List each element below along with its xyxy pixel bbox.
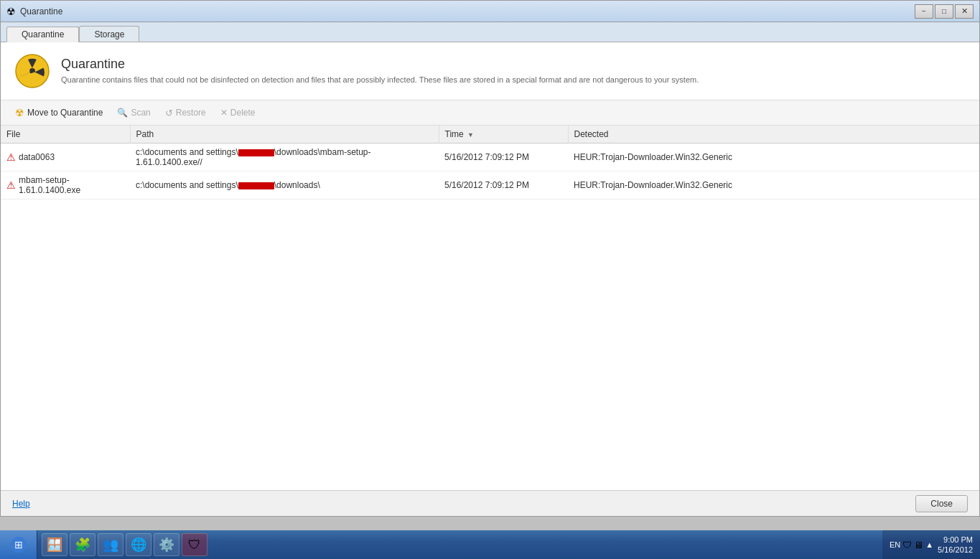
scan-label: Scan: [131, 108, 150, 118]
path-prefix-0: c:\documents and settings\: [136, 147, 238, 157]
delete-label: Delete: [230, 108, 256, 118]
file-name-1: mbam-setup-1.61.0.1400.exe: [19, 175, 124, 195]
taskbar-item-2[interactable]: 🧩: [70, 533, 95, 556]
scan-button[interactable]: 🔍 Scan: [111, 105, 156, 120]
clock-time: 9:00 PM: [938, 535, 973, 545]
cell-file-0: ⚠data0063: [1, 144, 130, 172]
taskbar-item-5[interactable]: ⚙️: [154, 533, 179, 556]
close-button-bottom[interactable]: Close: [915, 495, 968, 512]
path-prefix-1: c:\documents and settings\: [136, 180, 238, 190]
window-controls: − □ ✕: [915, 4, 974, 19]
taskbar: ⊞ 🪟 🧩 👥 🌐 ⚙️ 🛡 EN 🛡 🖥 ▲ 9:00 PM 5/16/201…: [0, 530, 980, 559]
move-to-quarantine-icon: ☢: [15, 107, 24, 118]
file-name-0: data0063: [19, 152, 55, 162]
warning-icon-0: ⚠: [6, 151, 16, 163]
taskbar-tray: EN 🛡 🖥 ▲ 9:00 PM 5/16/2012: [882, 530, 980, 559]
page-description: Quarantine contains files that could not…: [61, 75, 699, 85]
table-header-row: File Path Time ▼ Detected: [1, 126, 979, 144]
tray-uac-icon: 🛡: [902, 540, 912, 550]
quarantine-table: File Path Time ▼ Detected: [1, 126, 979, 199]
svg-text:⊞: ⊞: [14, 539, 23, 550]
close-button[interactable]: ✕: [955, 4, 974, 19]
restore-label: Restore: [176, 108, 206, 118]
tab-storage[interactable]: Storage: [79, 26, 139, 42]
titlebar: ☢ Quarantine − □ ✕: [1, 1, 979, 22]
table-row[interactable]: ⚠mbam-setup-1.61.0.1400.exec:\documents …: [1, 172, 979, 199]
tray-monitor-icon: 🖥: [914, 540, 923, 550]
clock-date: 5/16/2012: [938, 545, 973, 555]
header-text: Quarantine Quarantine contains files tha…: [61, 57, 699, 85]
taskbar-item-3[interactable]: 👥: [98, 533, 123, 556]
col-header-detected[interactable]: Detected: [568, 126, 979, 144]
cell-time-1: 5/16/2012 7:09:12 PM: [439, 172, 568, 199]
delete-button[interactable]: ✕ Delete: [215, 105, 261, 120]
tab-quarantine[interactable]: Quarantine: [6, 27, 79, 42]
start-button[interactable]: ⊞: [0, 530, 37, 559]
move-to-quarantine-label: Move to Quarantine: [27, 108, 103, 118]
taskbar-items: 🪟 🧩 👥 🌐 ⚙️ 🛡: [37, 533, 882, 556]
redacted-username-1: [238, 182, 274, 189]
main-content: Quarantine Quarantine contains files tha…: [1, 42, 979, 490]
cell-detected-0: HEUR:Trojan-Downloader.Win32.Generic: [568, 144, 979, 172]
app-icon: ☢: [6, 6, 16, 17]
delete-icon: ✕: [220, 108, 228, 118]
cell-time-0: 5/16/2012 7:09:12 PM: [439, 144, 568, 172]
tab-bar: Quarantine Storage: [1, 22, 979, 42]
warning-icon-1: ⚠: [6, 179, 16, 191]
col-header-time[interactable]: Time ▼: [439, 126, 568, 144]
table-row[interactable]: ⚠data0063c:\documents and settings\\down…: [1, 144, 979, 172]
clock: 9:00 PM 5/16/2012: [938, 535, 973, 555]
quarantine-table-container[interactable]: File Path Time ▼ Detected: [1, 126, 979, 490]
cell-path-1: c:\documents and settings\\downloads\: [130, 172, 439, 199]
tray-up-arrow[interactable]: ▲: [925, 540, 933, 549]
toolbar: ☢ Move to Quarantine 🔍 Scan ↺ Restore ✕ …: [1, 100, 979, 126]
col-header-path[interactable]: Path: [130, 126, 439, 144]
tray-icons: EN 🛡 🖥 ▲: [890, 540, 933, 550]
redacted-username-0: [238, 149, 274, 156]
help-link[interactable]: Help: [12, 499, 30, 509]
minimize-button[interactable]: −: [915, 4, 933, 19]
header-section: Quarantine Quarantine contains files tha…: [1, 42, 979, 100]
scan-icon: 🔍: [117, 108, 128, 118]
quarantine-icon: [15, 54, 50, 88]
restore-icon: ↺: [165, 108, 173, 118]
col-header-file[interactable]: File: [1, 126, 130, 144]
taskbar-item-6[interactable]: 🛡: [182, 533, 207, 556]
taskbar-item-4[interactable]: 🌐: [126, 533, 151, 556]
window-title: Quarantine: [20, 6, 62, 17]
sort-arrow-time: ▼: [467, 131, 474, 138]
maximize-button[interactable]: □: [935, 4, 953, 19]
taskbar-item-1[interactable]: 🪟: [42, 533, 67, 556]
page-title: Quarantine: [61, 57, 699, 72]
tray-lang: EN: [890, 540, 900, 549]
cell-detected-1: HEUR:Trojan-Downloader.Win32.Generic: [568, 172, 979, 199]
cell-file-1: ⚠mbam-setup-1.61.0.1400.exe: [1, 172, 130, 199]
bottom-bar: Help Close: [1, 490, 979, 516]
move-to-quarantine-button[interactable]: ☢ Move to Quarantine: [9, 105, 108, 121]
path-suffix-1: \downloads\: [274, 180, 320, 190]
cell-path-0: c:\documents and settings\\downloads\mba…: [130, 144, 439, 172]
restore-button[interactable]: ↺ Restore: [159, 105, 212, 121]
